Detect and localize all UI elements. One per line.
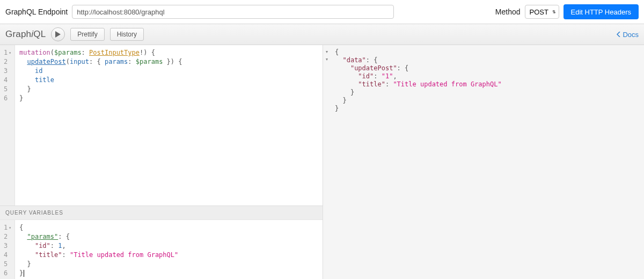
result-pane: ▾ ▾ { "data": { "updatePost": { "id": "1… [323, 45, 644, 279]
top-bar: GraphQL Endpoint Method POST Edit HTTP H… [0, 0, 644, 24]
docs-label: Docs [623, 31, 639, 39]
text-cursor [24, 270, 24, 277]
workspace: 1▾ 2▾ 3▾ 4▾ 5▾ 6▾ mutation($params: Post… [0, 45, 644, 279]
chevron-left-icon [617, 32, 620, 37]
fold-icon[interactable]: ▾ [324, 56, 330, 63]
method-label: Method [495, 8, 521, 16]
graphiql-toolbar: GraphiQL Prettify History Docs [0, 24, 644, 45]
fold-icon[interactable]: ▾ [9, 223, 11, 232]
variables-gutter: 1▾ 2▾ 3▾ 4▾ 5▾ 6▾ [0, 220, 15, 279]
result-code[interactable]: { "data": { "updatePost": { "id": "1", "… [331, 45, 506, 279]
variables-code[interactable]: { "params": { "id": 1, "title": "Title u… [15, 220, 323, 279]
query-editor[interactable]: 1▾ 2▾ 3▾ 4▾ 5▾ 6▾ mutation($params: Post… [0, 45, 323, 205]
edit-http-headers-button[interactable]: Edit HTTP Headers [564, 4, 639, 19]
prettify-button[interactable]: Prettify [70, 28, 104, 41]
query-variables-header[interactable]: Query Variables [0, 205, 323, 220]
graphiql-logo: GraphiQL [5, 29, 46, 40]
docs-toggle[interactable]: Docs [617, 31, 639, 39]
execute-button[interactable] [51, 27, 65, 41]
query-gutter: 1▾ 2▾ 3▾ 4▾ 5▾ 6▾ [0, 45, 15, 205]
left-pane: 1▾ 2▾ 3▾ 4▾ 5▾ 6▾ mutation($params: Post… [0, 45, 323, 279]
method-select[interactable]: POST [525, 5, 559, 19]
play-icon [55, 31, 61, 38]
fold-icon[interactable]: ▾ [9, 48, 11, 57]
history-button[interactable]: History [110, 28, 144, 41]
endpoint-input[interactable] [72, 5, 394, 19]
fold-icon[interactable]: ▾ [324, 48, 330, 56]
variables-editor[interactable]: 1▾ 2▾ 3▾ 4▾ 5▾ 6▾ { "params": { "id": 1,… [0, 220, 323, 279]
endpoint-label: GraphQL Endpoint [5, 8, 68, 16]
query-code[interactable]: mutation($params: PostInputType!) { upda… [15, 45, 323, 205]
result-gutter: ▾ ▾ [323, 45, 331, 279]
